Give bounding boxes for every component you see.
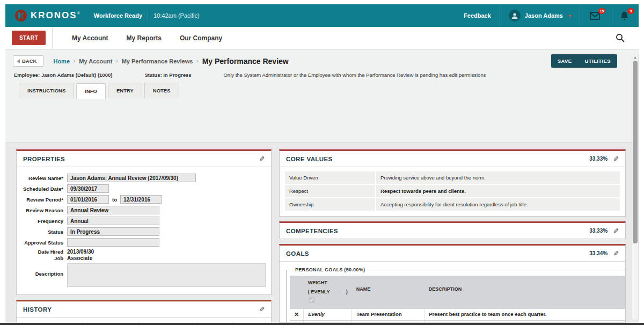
properties-form: Review Name* Scheduled Date* Review Peri…: [17, 167, 271, 294]
list-item[interactable]: Respect Respect towards peers and client…: [285, 185, 620, 197]
edit-pencil-icon[interactable]: ✎: [612, 250, 619, 256]
edit-pencil-icon[interactable]: ✎: [612, 228, 619, 234]
evenly-close: ): [346, 289, 348, 294]
goals-panel: GOALS 33.34% ✎ PERSONAL GOALS (50.00%): [279, 244, 626, 323]
start-button[interactable]: START: [12, 31, 46, 45]
brand-name: KRONOS®: [31, 10, 81, 21]
edit-pencil-icon[interactable]: ✎: [258, 156, 265, 162]
status-label: Status: In Progress: [144, 72, 191, 78]
permissions-note: Only the System Administrator or the Emp…: [223, 72, 486, 78]
frequency-label: Frequency: [20, 218, 67, 224]
goals-percent: 33.34%: [589, 250, 608, 256]
edit-pencil-icon[interactable]: ✎: [612, 156, 619, 162]
date-hired-value: 2013/09/30: [67, 249, 94, 255]
breadcrumb-row: BACK Home › My Account › My Performance …: [5, 49, 639, 70]
nav-item-my-reports[interactable]: My Reports: [127, 34, 162, 42]
tab-bar: INSTRUCTIONS INFO ENTRY NOTES: [5, 83, 639, 98]
goals-header: GOALS 33.34% ✎: [280, 246, 625, 262]
frequency-field[interactable]: [67, 217, 159, 225]
scheduled-date-field[interactable]: [67, 184, 109, 193]
core-values-panel: CORE VALUES 33.33% ✎ Value Driven Provid…: [279, 149, 626, 217]
core-value-desc: Respect towards peers and clients.: [375, 185, 620, 197]
core-values-list: Value Driven Providing service above and…: [280, 167, 625, 216]
kronos-brand: KRONOS®: [5, 10, 89, 21]
current-time: 10:42am (Pacific): [153, 12, 200, 19]
work-area: BACK Home › My Account › My Performance …: [5, 49, 639, 323]
left-column: PROPERTIES ✎ Review Name* Scheduled Date…: [16, 149, 272, 323]
breadcrumb-my-performance-reviews[interactable]: My Performance Reviews: [122, 58, 193, 64]
user-name: Jason Adams: [525, 12, 563, 19]
name-column-header: NAME: [352, 276, 425, 309]
brand-trademark: ®: [77, 11, 81, 15]
user-menu[interactable]: Jason Adams ▾: [500, 4, 580, 27]
scrollbar-up-arrow[interactable]: ▲: [632, 54, 638, 59]
core-values-title: CORE VALUES: [286, 156, 333, 162]
history-panel: HISTORY ✎ ▲▼DATE ▲▼USER ▲▼APPROVAL STATU…: [16, 300, 272, 323]
bell-badge: 9: [627, 8, 634, 14]
history-table-wrap: ▲▼DATE ▲▼USER ▲▼APPROVAL STATUS ▲▼STATUS…: [17, 318, 271, 323]
tab-instructions[interactable]: INSTRUCTIONS: [19, 83, 74, 98]
breadcrumb-separator: ›: [116, 58, 118, 64]
product-name: Workforce Ready: [94, 12, 142, 19]
tab-entry[interactable]: ENTRY: [108, 83, 142, 98]
history-title: HISTORY: [23, 306, 52, 313]
competencies-header: COMPETENCIES 33.33% ✎: [280, 223, 625, 239]
page-actions: SAVE UTILITIES: [551, 54, 617, 68]
breadcrumb-my-account[interactable]: My Account: [79, 58, 112, 64]
review-reason-field[interactable]: [67, 206, 159, 214]
save-button[interactable]: SAVE: [551, 54, 579, 68]
date-hired-label: Date Hired: [20, 249, 67, 255]
approval-status-field[interactable]: [67, 238, 159, 247]
breadcrumb-home[interactable]: Home: [53, 58, 70, 64]
nav-item-our-company[interactable]: Our Company: [180, 34, 222, 42]
kronos-logo-icon: [15, 10, 27, 21]
mail-button[interactable]: 15: [580, 4, 610, 27]
properties-title: PROPERTIES: [23, 156, 65, 162]
search-button[interactable]: [616, 33, 625, 42]
delete-goal-icon[interactable]: ✕: [294, 311, 299, 318]
feedback-link[interactable]: Feedback: [455, 4, 500, 27]
personal-goals-fieldset: PERSONAL GOALS (50.00%) WEIGHT ( EVENLY: [286, 267, 626, 323]
evenly-checkbox[interactable]: [309, 297, 314, 303]
competencies-title: COMPETENCIES: [286, 228, 338, 234]
job-value: Associate: [67, 255, 92, 261]
status-field[interactable]: [67, 227, 159, 236]
header-right-cluster: Feedback Jason Adams ▾ 15 9: [455, 4, 639, 27]
edit-pencil-icon[interactable]: ✎: [258, 306, 265, 312]
review-period-to-field[interactable]: [120, 195, 162, 204]
window-bottom-edge: [0, 323, 644, 325]
description-field[interactable]: [67, 263, 266, 287]
back-button[interactable]: BACK: [13, 55, 43, 67]
list-item[interactable]: Value Driven Providing service above and…: [285, 171, 620, 184]
evenly-open: ( EVENLY: [308, 289, 330, 294]
employee-label: Employee: Jason Adams (Default) (1000): [14, 72, 112, 78]
breadcrumb-separator: ›: [74, 58, 75, 64]
back-arrow-icon: [17, 59, 20, 63]
employee-info-bar: Employee: Jason Adams (Default) (1000) S…: [5, 70, 639, 79]
search-icon: [616, 33, 625, 42]
tab-notes[interactable]: NOTES: [144, 83, 179, 98]
nav-item-my-account[interactable]: My Account: [72, 34, 108, 42]
status-field-label: Status: [20, 229, 67, 235]
review-reason-label: Review Reason: [20, 207, 67, 213]
core-values-percent: 33.33%: [589, 156, 608, 162]
core-values-header: CORE VALUES 33.33% ✎: [280, 151, 625, 167]
description-label: Description: [20, 263, 67, 277]
review-name-label: Review Name*: [20, 175, 67, 181]
page-title: My Performance Review: [202, 57, 289, 66]
content-area: PROPERTIES ✎ Review Name* Scheduled Date…: [5, 142, 639, 323]
tab-info[interactable]: INFO: [76, 83, 106, 99]
avatar: [509, 10, 521, 21]
breadcrumb: Home › My Account › My Performance Revie…: [53, 57, 288, 66]
review-name-field[interactable]: [67, 174, 196, 182]
properties-panel: PROPERTIES ✎ Review Name* Scheduled Date…: [16, 149, 272, 295]
weight-header-label: WEIGHT: [308, 280, 348, 285]
goal-description: Present best practice to team once each …: [425, 309, 626, 321]
list-item[interactable]: Ownership Accepting responsibility for c…: [285, 198, 620, 211]
utilities-button[interactable]: UTILITIES: [579, 54, 617, 68]
kronos-app-window: KRONOS® Workforce Ready 10:42am (Pacific…: [0, 0, 644, 331]
job-label: Job: [20, 255, 67, 261]
review-period-from-field[interactable]: [67, 195, 109, 204]
notifications-button[interactable]: 9: [610, 4, 639, 27]
personal-goals-legend: PERSONAL GOALS (50.00%): [293, 267, 367, 272]
